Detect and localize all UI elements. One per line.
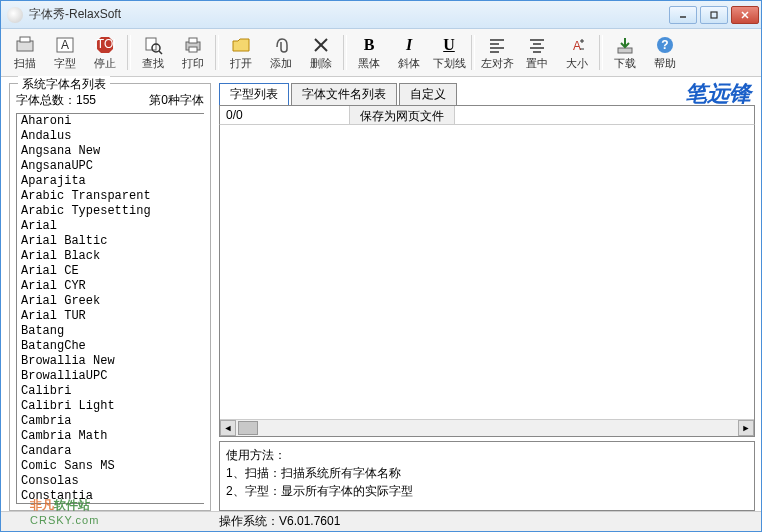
svg-rect-15 xyxy=(189,47,197,52)
svg-text:A: A xyxy=(61,38,69,52)
help-icon: ? xyxy=(655,35,675,55)
list-item[interactable]: Arial Greek xyxy=(17,294,204,309)
preview-canvas[interactable] xyxy=(220,125,754,419)
find-icon xyxy=(143,35,163,55)
list-item[interactable]: Cambria xyxy=(17,414,204,429)
list-item[interactable]: Aharoni xyxy=(17,114,204,129)
list-item[interactable]: Comic Sans MS xyxy=(17,459,204,474)
statusbar: 操作系统：V6.01.7601 xyxy=(1,511,761,531)
list-item[interactable]: Constantia xyxy=(17,489,204,504)
info-line1: 1、扫描：扫描系统所有字体名称 xyxy=(226,464,748,482)
center-icon xyxy=(527,35,547,55)
list-item[interactable]: Calibri xyxy=(17,384,204,399)
open-icon xyxy=(231,35,251,55)
brand-logo: 笔远锋 xyxy=(685,79,751,109)
alignleft-icon xyxy=(487,35,507,55)
open-button[interactable]: 打开 xyxy=(221,31,261,74)
separator xyxy=(215,35,219,70)
font-total-label: 字体总数：155 xyxy=(16,92,96,109)
right-panel: 笔远锋 字型列表字体文件名列表自定义 0/0 保存为网页文件 ◄ ► 使用方法：… xyxy=(215,77,761,511)
list-item[interactable]: Arial Baltic xyxy=(17,234,204,249)
svg-rect-30 xyxy=(618,48,632,53)
list-item[interactable]: Browallia New xyxy=(17,354,204,369)
svg-text:STOP: STOP xyxy=(95,37,115,51)
titlebar: 字体秀-RelaxSoft xyxy=(1,1,761,29)
separator xyxy=(343,35,347,70)
size-icon: A xyxy=(567,35,587,55)
svg-rect-5 xyxy=(20,37,30,42)
status-os: 操作系统：V6.01.7601 xyxy=(219,513,340,530)
font-icon: A xyxy=(55,35,75,55)
tab-1[interactable]: 字体文件名列表 xyxy=(291,83,397,105)
size-button[interactable]: A大小 xyxy=(557,31,597,74)
svg-rect-1 xyxy=(711,12,717,18)
list-item[interactable]: Calibri Light xyxy=(17,399,204,414)
list-item[interactable]: Arial CE xyxy=(17,264,204,279)
list-item[interactable]: Arial CYR xyxy=(17,279,204,294)
sub-header: 0/0 保存为网页文件 xyxy=(219,105,755,125)
font-listbox[interactable]: AharoniAndalusAngsana NewAngsanaUPCApara… xyxy=(16,113,204,504)
download-icon xyxy=(615,35,635,55)
list-item[interactable]: Arial Black xyxy=(17,249,204,264)
svg-line-12 xyxy=(159,51,162,54)
minimize-button[interactable] xyxy=(669,6,697,24)
alignleft-button[interactable]: 左对齐 xyxy=(477,31,517,74)
stop-button[interactable]: STOP停止 xyxy=(85,31,125,74)
list-item[interactable]: Arial TUR xyxy=(17,309,204,324)
list-item[interactable]: Angsana New xyxy=(17,144,204,159)
scroll-left-icon[interactable]: ◄ xyxy=(220,420,236,436)
bold-button[interactable]: B黑体 xyxy=(349,31,389,74)
list-item[interactable]: Arabic Transparent xyxy=(17,189,204,204)
separator xyxy=(127,35,131,70)
delete-button[interactable]: 删除 xyxy=(301,31,341,74)
scan-button[interactable]: 扫描 xyxy=(5,31,45,74)
italic-icon: I xyxy=(399,35,419,55)
preview-area: ◄ ► xyxy=(219,125,755,437)
find-button[interactable]: 查找 xyxy=(133,31,173,74)
bold-icon: B xyxy=(359,35,379,55)
window-buttons xyxy=(669,6,759,24)
list-item[interactable]: Aparajita xyxy=(17,174,204,189)
italic-button[interactable]: I斜体 xyxy=(389,31,429,74)
scroll-thumb[interactable] xyxy=(238,421,258,435)
list-item[interactable]: BrowalliaUPC xyxy=(17,369,204,384)
print-button[interactable]: 打印 xyxy=(173,31,213,74)
underline-button[interactable]: U下划线 xyxy=(429,31,469,74)
list-item[interactable]: BatangChe xyxy=(17,339,204,354)
maximize-button[interactable] xyxy=(700,6,728,24)
list-item[interactable]: Andalus xyxy=(17,129,204,144)
font-button[interactable]: A字型 xyxy=(45,31,85,74)
left-panel: 系统字体名列表 字体总数：155 第0种字体 AharoniAndalusAng… xyxy=(1,77,215,511)
group-legend: 系统字体名列表 xyxy=(18,76,110,93)
app-icon xyxy=(7,7,23,23)
info-title: 使用方法： xyxy=(226,446,748,464)
font-nth-label: 第0种字体 xyxy=(149,92,204,109)
horizontal-scrollbar[interactable]: ◄ ► xyxy=(220,419,754,436)
os-label: 操作系统： xyxy=(219,514,279,528)
list-item[interactable]: Arial xyxy=(17,219,204,234)
tab-2[interactable]: 自定义 xyxy=(399,83,457,105)
print-icon xyxy=(183,35,203,55)
tab-0[interactable]: 字型列表 xyxy=(219,83,289,105)
list-item[interactable]: AngsanaUPC xyxy=(17,159,204,174)
svg-text:?: ? xyxy=(661,38,668,52)
list-item[interactable]: Arabic Typesetting xyxy=(17,204,204,219)
tabbar: 字型列表字体文件名列表自定义 xyxy=(219,83,755,105)
separator xyxy=(599,35,603,70)
delete-icon xyxy=(311,35,331,55)
list-item[interactable]: Consolas xyxy=(17,474,204,489)
list-item[interactable]: Candara xyxy=(17,444,204,459)
window-title: 字体秀-RelaxSoft xyxy=(29,6,669,23)
svg-rect-14 xyxy=(189,38,197,43)
help-button[interactable]: ?帮助 xyxy=(645,31,685,74)
close-button[interactable] xyxy=(731,6,759,24)
scroll-right-icon[interactable]: ► xyxy=(738,420,754,436)
add-button[interactable]: 添加 xyxy=(261,31,301,74)
toolbar: 扫描 A字型 STOP停止 查找 打印 打开 添加 删除 B黑体 I斜体 U下划… xyxy=(1,29,761,77)
list-item[interactable]: Batang xyxy=(17,324,204,339)
center-button[interactable]: 置中 xyxy=(517,31,557,74)
stop-icon: STOP xyxy=(95,35,115,55)
save-as-webpage-button[interactable]: 保存为网页文件 xyxy=(349,106,455,124)
download-button[interactable]: 下载 xyxy=(605,31,645,74)
list-item[interactable]: Cambria Math xyxy=(17,429,204,444)
